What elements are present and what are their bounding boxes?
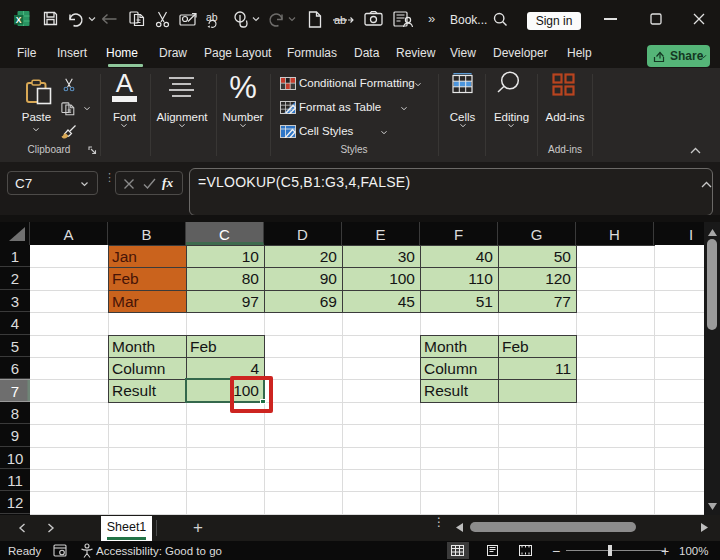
svg-text:ab: ab [206, 11, 218, 23]
svg-text:X: X [16, 15, 22, 25]
